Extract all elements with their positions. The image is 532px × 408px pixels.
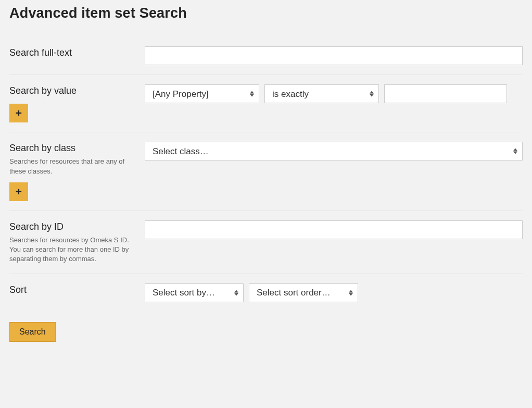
id-input[interactable] <box>145 220 523 239</box>
fulltext-input[interactable] <box>145 46 523 65</box>
plus-icon: + <box>16 186 22 198</box>
sort-label: Sort <box>9 283 134 296</box>
field-row-sort: Sort Select sort by… Select sort order… <box>9 274 523 312</box>
operator-select[interactable]: is exactly <box>264 84 379 103</box>
add-class-button[interactable]: + <box>9 182 28 201</box>
fulltext-label: Search full-text <box>9 46 134 59</box>
field-row-by-id: Search by ID Searches for resources by O… <box>9 211 523 274</box>
property-select[interactable]: [Any Property] <box>145 84 259 103</box>
sort-by-select[interactable]: Select sort by… <box>145 283 244 302</box>
field-row-fulltext: Search full-text <box>9 37 523 75</box>
sort-order-select[interactable]: Select sort order… <box>249 283 358 302</box>
by-id-label: Search by ID <box>9 220 134 233</box>
value-text-input[interactable] <box>384 84 507 103</box>
by-id-desc: Searches for resources by Omeka S ID. Yo… <box>9 236 134 264</box>
field-row-by-class: Search by class Searches for resources t… <box>9 132 523 211</box>
plus-icon: + <box>16 107 22 119</box>
class-select[interactable]: Select class… <box>145 142 523 160</box>
field-row-by-value: Search by value + [Any Property] is exac… <box>9 75 523 132</box>
search-button[interactable]: Search <box>9 322 56 342</box>
add-value-button[interactable]: + <box>9 104 28 122</box>
page-title: Advanced item set Search <box>9 5 523 21</box>
by-class-label: Search by class <box>9 142 134 155</box>
by-value-label: Search by value <box>9 84 134 97</box>
by-class-desc: Searches for resources that are any of t… <box>9 157 134 176</box>
